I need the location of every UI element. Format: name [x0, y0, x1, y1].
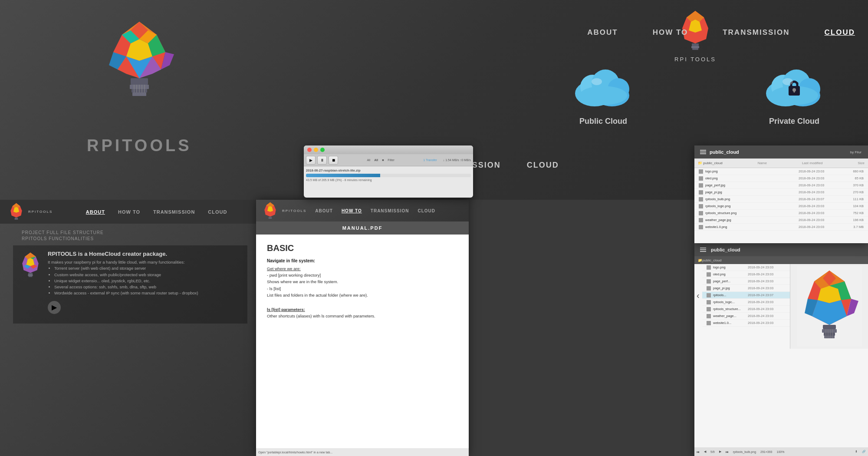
about-nav-cloud[interactable]: CLOUD: [208, 209, 227, 215]
file-date: 2018-09-24 23:03: [748, 265, 791, 269]
howto-nav-cloud[interactable]: CLOUD: [418, 208, 435, 213]
file-icon: [699, 197, 703, 202]
cloud-fm-top-file-row[interactable]: website1.0.png 2018-09-24 23:03 3.7 MB: [694, 224, 868, 231]
public-cloud-item[interactable]: Public Cloud: [573, 65, 634, 126]
howto-rpi-label: RPITOOLS: [282, 209, 306, 213]
trans-content: 2018-06-27-raspbian-stretch-lite.zip 43.…: [304, 166, 473, 184]
nav-cloud[interactable]: CLOUD: [527, 161, 559, 170]
trans-minimize-btn[interactable]: [314, 148, 318, 152]
about-nav-about[interactable]: ABOUT: [86, 209, 105, 215]
file-icon: [707, 286, 711, 291]
trans-progress-fill: [306, 174, 380, 177]
cloud-fm-top-file-row[interactable]: rpitools_bulb.png 2018-09-24 23:07 111 K…: [694, 196, 868, 203]
cloud-fm-top-file-row[interactable]: rpitools_structure.png 2018-09-24 23:03 …: [694, 210, 868, 217]
svg-rect-42: [794, 90, 795, 93]
cloud-fm-bottom-header: public_cloud: [694, 243, 868, 256]
file-name: logo.png: [705, 169, 799, 173]
svg-point-43: [783, 78, 793, 85]
public-cloud-icon: [573, 65, 634, 109]
cloud-section: Public Cloud Private Cloud: [573, 65, 825, 126]
private-cloud-item[interactable]: Private Cloud: [764, 65, 825, 126]
about-nav-transmission[interactable]: TRANSMISSION: [153, 209, 195, 215]
howto-logo-icon: [263, 201, 278, 221]
about-page: RPITOOLS ABOUT HOW TO TRANSMISSION CLOUD…: [0, 200, 256, 456]
fm-nav-row: 📁 public_cloud: [694, 256, 868, 264]
file-name: rpitools_bulb.png: [705, 197, 799, 201]
trans-add-btn[interactable]: ▶: [306, 156, 316, 165]
cloud-fm-top-file-row[interactable]: oled.png 2018-09-24 23:03 65 KB: [694, 175, 868, 182]
feature-2: Custom website access, with public/prote…: [54, 272, 198, 278]
fm-breadcrumb: public_cloud: [702, 258, 721, 262]
file-name: page_perf.jpg: [705, 183, 799, 187]
about-nav-howto[interactable]: HOW TO: [118, 209, 140, 215]
file-size: 196 KB: [842, 218, 864, 222]
pdf-params-title: ls [list] parameters:: [267, 307, 305, 312]
svg-rect-25: [691, 46, 699, 48]
fm-bottom-bar: ⏮ ◀ 5/9 ▶ ⏭ rpitools_bulb.png 291×393 10…: [694, 447, 868, 456]
file-name: weather_page...: [713, 314, 748, 318]
file-name: oled.png: [705, 176, 799, 180]
top-nav-about[interactable]: ABOUT: [587, 28, 618, 37]
howto-nav-transmission[interactable]: TRANSMISSION: [371, 208, 409, 213]
svg-point-33: [592, 78, 602, 85]
trans-filename: 2018-06-27-raspbian-stretch-lite.zip: [306, 169, 471, 172]
howto-nav-howto[interactable]: HOW TO: [342, 208, 362, 213]
file-date: 2018-09-24 23:03: [799, 218, 842, 222]
file-icon: [707, 279, 711, 284]
about-header: RPITOOLS ABOUT HOW TO TRANSMISSION CLOUD: [0, 200, 256, 224]
cloud-fm-top-file-row[interactable]: page_pi.jpg 2018-09-24 23:03 270 KB: [694, 189, 868, 196]
trans-close-btn[interactable]: [307, 148, 312, 152]
file-name: page_pi.jpg: [713, 286, 748, 290]
cloud-fm-top-file-row[interactable]: page_perf.jpg 2018-09-24 23:03 370 KB: [694, 182, 868, 189]
about-desc-text: RPITOOLS is a HomeCloud creator package.…: [48, 251, 198, 318]
public-cloud-label: Public Cloud: [573, 117, 634, 126]
about-features-list: Torrent server (with web client) and sto…: [54, 265, 198, 296]
fm-prev-arrow[interactable]: ‹: [697, 291, 700, 301]
top-nav-cloud[interactable]: CLOUD: [825, 28, 855, 37]
pdf-pwd: - pwd [print working directory]: [267, 273, 321, 278]
howto-nav: ABOUT HOW TO TRANSMISSION CLOUD: [315, 208, 435, 213]
pdf-params: ls [list] parameters: Other shortcuts (a…: [267, 306, 458, 319]
about-link-func[interactable]: RPITOOLS FUNCTIONALITIES: [22, 236, 247, 241]
about-nav: ABOUT HOW TO TRANSMISSION CLOUD: [66, 209, 247, 215]
trans-titlebar: [304, 145, 473, 154]
trans-stop-btn[interactable]: ⏹: [329, 156, 338, 165]
cloud-fm-bottom-menu-icon[interactable]: [699, 246, 707, 253]
svg-rect-15: [132, 93, 146, 96]
cloud-fm-top-file-row[interactable]: logo.png 2018-09-24 23:03 660 KB: [694, 168, 868, 175]
file-date: 2018-09-24 23:03: [748, 286, 791, 290]
file-name: page_pi.jpg: [705, 190, 799, 194]
feature-4: Several access options: ssh, sshfs, smb,…: [54, 284, 198, 290]
cloud-fm-top-file-row[interactable]: rpitools_logic.png 2018-09-24 23:03 104 …: [694, 203, 868, 210]
about-logo-icon: [9, 202, 24, 221]
about-rpi-title: RPITOOLS: [28, 210, 53, 214]
about-link-structure[interactable]: PROJECT FULL FILE STRUCTURE: [22, 230, 247, 235]
file-icon: [699, 225, 703, 229]
file-name: rpitools...: [713, 293, 748, 297]
top-nav-howto[interactable]: HOW TO: [653, 28, 688, 37]
about-desc-box: RPITOOLS is a HomeCloud creator package.…: [13, 245, 247, 324]
fm-content-area: ‹ logo.png 2018-09-24 23:03 660 KB oled.…: [694, 264, 868, 327]
trans-maximize-btn[interactable]: [320, 148, 325, 152]
cloud-fm-col-name: Name: [758, 161, 767, 165]
file-icon: [707, 265, 711, 270]
cloud-fm-top-file-row[interactable]: weather_page.jpg 2018-09-24 23:03 196 KB: [694, 217, 868, 224]
trans-progress-bar: [306, 174, 471, 177]
play-button[interactable]: ▶: [48, 301, 61, 314]
file-size: 111 KB: [842, 197, 864, 201]
file-size: 3.7 MB: [842, 225, 864, 229]
svg-rect-12: [131, 78, 148, 85]
top-nav-transmission[interactable]: TRANSMISSION: [723, 28, 789, 37]
howto-page: RPITOOLS ABOUT HOW TO TRANSMISSION CLOUD…: [256, 200, 469, 456]
howto-manual-title: MANUAL.PDF: [342, 225, 383, 231]
trans-pause-btn[interactable]: ⏸: [317, 156, 327, 165]
file-date: 2018-09-24 23:03: [748, 307, 791, 311]
howto-nav-about[interactable]: ABOUT: [315, 208, 333, 213]
file-name: website1.0...: [713, 321, 748, 325]
file-icon: [699, 176, 703, 181]
svg-rect-64: [269, 216, 272, 218]
cloud-fm-header: public_cloud by Filur: [694, 145, 868, 159]
feature-3: Unique widget extensio... oled, joystick…: [54, 278, 198, 284]
cloud-fm-menu-icon[interactable]: [699, 149, 707, 155]
trans-transfer-label: 1 Transfer: [423, 159, 437, 162]
